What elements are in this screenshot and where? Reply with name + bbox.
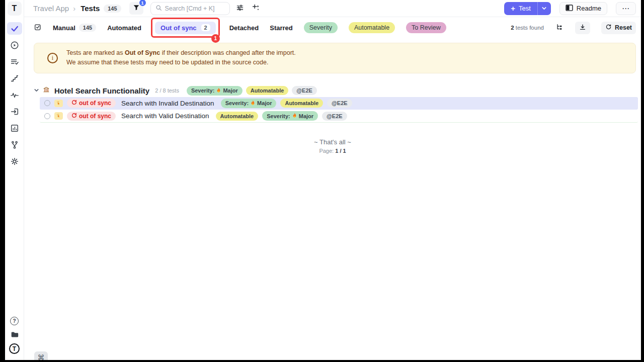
tests-count-badge: 145 bbox=[104, 5, 121, 13]
breadcrumb-separator: › bbox=[73, 4, 75, 13]
info-line-1: Tests are marked as Out of Sync if their… bbox=[66, 48, 296, 58]
chevron-down-icon[interactable] bbox=[34, 86, 39, 95]
test-title[interactable]: Search with Valid Destination bbox=[121, 112, 209, 120]
app-window: T bbox=[5, 0, 641, 360]
search-input[interactable] bbox=[165, 5, 225, 12]
app-logo[interactable]: T bbox=[8, 2, 22, 16]
tab-starred[interactable]: Starred bbox=[270, 24, 293, 32]
filter-pill-automatable[interactable]: Automatable bbox=[349, 22, 395, 33]
tree-view-button[interactable] bbox=[555, 23, 564, 33]
suite-automatable-badge[interactable]: Automatable bbox=[246, 86, 289, 95]
gear-icon bbox=[10, 157, 19, 166]
sidebar-item-settings[interactable] bbox=[7, 155, 22, 167]
reset-button[interactable]: Reset bbox=[601, 22, 636, 34]
sync-arrows-icon bbox=[71, 100, 77, 107]
sliders-icon bbox=[236, 4, 244, 13]
building-icon bbox=[43, 86, 50, 95]
tab-detached[interactable]: Detached bbox=[229, 24, 259, 32]
sparkles-icon bbox=[252, 4, 260, 13]
tab-manual[interactable]: Manual 145 bbox=[53, 24, 96, 32]
ai-create-button[interactable] bbox=[250, 2, 262, 15]
suite-header[interactable]: Hotel Search Functionality 2 / 8 tests S… bbox=[34, 86, 641, 96]
tab-out-of-sync-label: Out of sync bbox=[160, 24, 197, 32]
tab-manual-count: 145 bbox=[79, 24, 96, 32]
chevron-down-icon bbox=[541, 4, 547, 13]
filter-pill-severity[interactable]: Severity bbox=[304, 22, 338, 33]
more-button[interactable]: ⋯ bbox=[616, 2, 636, 15]
reset-label: Reset bbox=[615, 24, 632, 31]
page-title: Tests bbox=[80, 4, 100, 13]
ellipsis-icon: ⋯ bbox=[622, 4, 630, 13]
brand-logo-icon[interactable]: T bbox=[9, 343, 20, 354]
command-key-icon: ⌘ bbox=[38, 353, 45, 360]
sidebar-item-tests[interactable] bbox=[7, 22, 22, 35]
book-icon bbox=[566, 5, 573, 13]
test-row[interactable]: out of sync Search with Invalid Destinat… bbox=[40, 97, 638, 110]
annotation-step-badge: 1 bbox=[211, 34, 220, 43]
library-icon[interactable] bbox=[10, 330, 19, 339]
new-test-label: Test bbox=[519, 5, 531, 12]
pointer-click-icon bbox=[54, 100, 63, 107]
tab-out-of-sync-count: 2 bbox=[201, 24, 210, 31]
test-severity-badge[interactable]: Severity: Major bbox=[262, 111, 318, 121]
sidebar-item-branches[interactable] bbox=[7, 138, 22, 151]
export-button[interactable] bbox=[575, 22, 590, 34]
plus-icon: + bbox=[511, 5, 515, 12]
sidebar-item-reports[interactable] bbox=[7, 122, 22, 134]
radio-circle-icon[interactable] bbox=[44, 100, 50, 106]
sidebar-item-milestones[interactable] bbox=[7, 72, 22, 84]
check-icon bbox=[10, 24, 19, 33]
tab-out-of-sync[interactable]: Out of sync 2 bbox=[155, 22, 216, 34]
branch-icon bbox=[10, 140, 19, 149]
command-shortcut-button[interactable]: ⌘ bbox=[34, 351, 48, 360]
sidebar-nav bbox=[7, 22, 22, 167]
filter-tabs-bar: Manual 145 Automated Out of sync 2 1 Det… bbox=[24, 17, 641, 38]
checkbox-check-icon bbox=[34, 23, 42, 33]
readme-button[interactable]: Readme bbox=[559, 2, 607, 15]
test-automatable-badge[interactable]: Automatable bbox=[216, 112, 259, 121]
test-tag-badge[interactable]: @E2E bbox=[322, 112, 347, 121]
funnel-icon bbox=[133, 4, 140, 13]
help-icon[interactable]: ? bbox=[10, 317, 19, 325]
results-count-number: 2 bbox=[511, 25, 514, 31]
info-banner: i Tests are marked as Out of Sync if the… bbox=[34, 43, 636, 73]
topbar: Travel App › Tests 145 1 + Test bbox=[24, 0, 641, 17]
info-line-2: We assume that these tests may need to b… bbox=[66, 58, 296, 67]
flame-icon bbox=[251, 100, 255, 107]
app-logo-letter: T bbox=[12, 4, 17, 13]
out-of-sync-badge: out of sync bbox=[67, 112, 116, 121]
out-of-sync-badge: out of sync bbox=[67, 99, 116, 108]
test-tag-badge[interactable]: @E2E bbox=[327, 99, 352, 108]
sidebar-item-analytics[interactable] bbox=[7, 88, 22, 101]
suite-title[interactable]: Hotel Search Functionality bbox=[54, 86, 149, 95]
suite-severity-badge[interactable]: Severity: Major bbox=[187, 86, 243, 96]
filter-button[interactable]: 1 bbox=[129, 2, 143, 15]
pointer-click-icon bbox=[54, 112, 63, 120]
sidebar-item-runs[interactable] bbox=[7, 39, 22, 51]
radio-circle-icon[interactable] bbox=[44, 113, 50, 119]
test-automatable-badge[interactable]: Automatable bbox=[280, 99, 323, 108]
pulse-icon bbox=[10, 90, 19, 100]
new-test-dropdown-button[interactable] bbox=[537, 2, 551, 15]
tab-automated[interactable]: Automated bbox=[107, 24, 141, 32]
test-title[interactable]: Search with Invalid Destination bbox=[121, 100, 214, 107]
test-severity-badge[interactable]: Severity: Major bbox=[221, 99, 277, 108]
page-value: 1 / 1 bbox=[335, 148, 346, 154]
test-row[interactable]: out of sync Search with Valid Destinatio… bbox=[40, 110, 638, 123]
tab-manual-label: Manual bbox=[53, 24, 75, 32]
view-options-button[interactable] bbox=[234, 2, 246, 15]
brand-letter: T bbox=[13, 345, 16, 352]
filter-pill-to-review[interactable]: To Review bbox=[406, 22, 446, 33]
sidebar-item-plans[interactable] bbox=[7, 55, 22, 68]
sidebar: T bbox=[5, 0, 24, 360]
flame-icon bbox=[216, 87, 221, 94]
batch-select-button[interactable] bbox=[34, 23, 42, 33]
breadcrumb-project[interactable]: Travel App bbox=[33, 4, 69, 13]
help-glyph: ? bbox=[13, 318, 16, 324]
sidebar-item-import[interactable] bbox=[7, 105, 22, 118]
suite-tag-badge[interactable]: @E2E bbox=[292, 86, 317, 95]
bar-chart-icon bbox=[10, 124, 19, 133]
info-icon: i bbox=[47, 53, 58, 63]
sidebar-bottom: ? T bbox=[9, 317, 20, 354]
new-test-button[interactable]: + Test bbox=[504, 2, 537, 15]
